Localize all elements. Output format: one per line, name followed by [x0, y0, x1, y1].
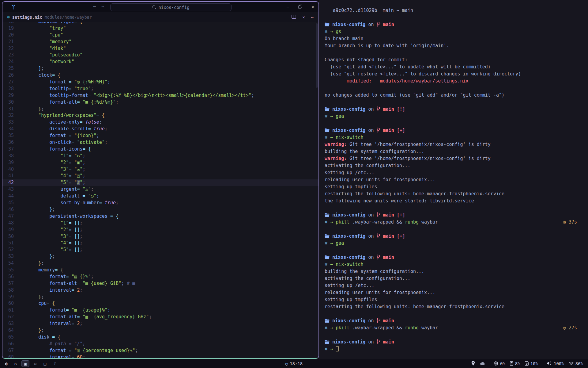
code-line-25[interactable]: 25 ];: [2, 65, 318, 72]
line-number: 27: [2, 79, 19, 86]
code-line-64[interactable]: 64 };: [2, 327, 318, 334]
close-tab-button[interactable]: ×: [302, 15, 305, 20]
code-line-63[interactable]: 63 interval= 2;: [2, 320, 318, 327]
code-line-35[interactable]: 35 format = "{icon}";: [2, 132, 318, 139]
code-line-58[interactable]: 58 interval= 2;: [2, 287, 318, 294]
code-line-33[interactable]: 33 active-only= false;: [2, 119, 318, 126]
close-button[interactable]: ×: [311, 4, 314, 10]
clock-module[interactable]: ◷ 18:18: [285, 361, 303, 366]
code-line-51[interactable]: 51 "4"= [];: [2, 240, 318, 247]
code-line-67[interactable]: 67 format = "◫ {percentage_used}%";: [2, 347, 318, 354]
terminal-line: nixos-config on main [+]: [325, 212, 580, 219]
desktop: ❄ ← →: [0, 0, 588, 368]
code-line-22[interactable]: 22 "disk": [2, 45, 318, 52]
line-number: 52: [2, 247, 19, 253]
maximize-button[interactable]: [298, 4, 302, 10]
code-line-41[interactable]: 41 "4"= "◰";: [2, 173, 318, 179]
line-number: 34: [2, 126, 19, 132]
code-line-49[interactable]: 49 "2"= [];: [2, 227, 318, 233]
line-number: 43: [2, 186, 19, 193]
code-line-34[interactable]: 34 disable-scroll= true;: [2, 126, 318, 132]
minimize-button[interactable]: −: [286, 4, 289, 10]
code-line-46[interactable]: 46 };: [2, 206, 318, 213]
terminal-line: [325, 310, 580, 317]
workspace-5-music[interactable]: ♪: [51, 360, 59, 367]
terminal-line: [325, 49, 580, 56]
project-search-box[interactable]: nixos-config: [110, 3, 232, 11]
code-line-40[interactable]: 40 "3"= "✉";: [2, 166, 318, 173]
code-line-54[interactable]: 54 };: [2, 260, 318, 267]
editor-scrollbar[interactable]: [316, 23, 318, 88]
restore-icon: [298, 5, 302, 9]
memory-module[interactable]: 8%: [510, 361, 520, 366]
code-line-55[interactable]: 55 memory= {: [2, 267, 318, 274]
code-line-20[interactable]: 20 "cpu": [2, 32, 318, 39]
line-number: 39: [2, 159, 19, 166]
code-line-39[interactable]: 39 "2"= "▣";: [2, 159, 318, 166]
code-line-62[interactable]: 62 format-alt= "▦ {avg_frequency} GHz";: [2, 314, 318, 320]
code-line-29[interactable]: 29 tooltip-format= "<big>{:%Y %B}</big>\…: [2, 92, 318, 99]
code-line-68[interactable]: 68 interval= 60;: [2, 354, 318, 358]
code-line-45[interactable]: 45 sort-by-number= true;: [2, 200, 318, 206]
code-line-44[interactable]: 44 default = "○";: [2, 193, 318, 200]
clock-time: 18:18: [290, 361, 303, 366]
line-number: 20: [2, 32, 19, 39]
line-number: 59: [2, 294, 19, 301]
code-line-32[interactable]: 32 "hyprland/workspaces"= {: [2, 112, 318, 119]
code-line-27[interactable]: 27 format = "◷ {:%H:%M}";: [2, 79, 318, 86]
code-line-66[interactable]: 66 # path = "/";: [2, 341, 318, 347]
cloud-icon[interactable]: [480, 361, 485, 366]
code-line-47[interactable]: 47 persistent-workspaces = {: [2, 213, 318, 220]
code-line-60[interactable]: 60 cpu= {: [2, 300, 318, 307]
cpu-module[interactable]: 0%: [494, 361, 505, 366]
code-line-19[interactable]: 19 "tray": [2, 25, 318, 32]
pin-icon[interactable]: [471, 361, 475, 366]
volume-module[interactable]: 100%: [547, 361, 564, 366]
code-line-59[interactable]: 59 };: [2, 294, 318, 301]
workspace-2-terminal[interactable]: ▣: [21, 360, 29, 367]
line-number: 18: [2, 22, 19, 25]
code-line-61[interactable]: 61 format= "▦ {usage}%";: [2, 307, 318, 314]
nixos-menu-icon[interactable]: ❄: [3, 361, 10, 367]
code-line-30[interactable]: 30 format-alt= "▦ {:%d/%m}";: [2, 99, 318, 106]
split-pane-button[interactable]: [292, 15, 296, 20]
git-branch-icon: [377, 255, 380, 259]
code-line-50[interactable]: 50 "3"= [];: [2, 233, 318, 240]
more-options-button[interactable]: ⋯: [311, 15, 314, 20]
line-number: 40: [2, 166, 19, 173]
workspace-3-chat[interactable]: ✉: [31, 360, 39, 367]
tab-file-name: settings.nix: [12, 15, 42, 20]
code-line-65[interactable]: 65 disk = {: [2, 334, 318, 341]
code-line-53[interactable]: 53 };: [2, 253, 318, 260]
code-line-23[interactable]: 23 "pulseaudio": [2, 52, 318, 59]
nav-back-button[interactable]: ←: [93, 4, 96, 9]
editor-title-bar[interactable]: ← → nixos-config − ×: [2, 2, 318, 12]
line-number: 66: [2, 341, 19, 347]
wifi-module[interactable]: 86%: [569, 361, 583, 366]
code-line-57[interactable]: 57 format-alt= "▤ {used} GiB"; # ▦: [2, 280, 318, 287]
code-line-21[interactable]: 21 "memory": [2, 39, 318, 45]
workspace-4-files[interactable]: ◰: [41, 360, 49, 367]
code-line-43[interactable]: 43 urgent= "⚠";: [2, 186, 318, 193]
code-line-18[interactable]: 18 modules-right= [: [2, 22, 318, 25]
file-tab-settings-nix[interactable]: ❄ settings.nix modules/home/waybar: [2, 15, 92, 20]
code-line-31[interactable]: 31 };: [2, 106, 318, 113]
code-line-56[interactable]: 56 format= "▤ {}%";: [2, 274, 318, 280]
terminal-line: Your branch is up to date with 'origin/m…: [325, 42, 580, 49]
code-line-28[interactable]: 28 tooltip= "true";: [2, 86, 318, 92]
code-line-42[interactable]: 42 "5"= "♪";: [2, 179, 318, 186]
disk-module[interactable]: 10%: [525, 361, 538, 366]
cpu-value: 0%: [500, 361, 505, 366]
code-line-36[interactable]: 36 on-click= "activate";: [2, 139, 318, 146]
terminal-line: [325, 205, 580, 212]
code-line-38[interactable]: 38 "1"= "↻";: [2, 153, 318, 159]
code-editor[interactable]: 18 modules-right= [19 "tray"20 "cpu"21 "…: [2, 22, 318, 358]
terminal-window[interactable]: a9c0c72..d11029b main → main nixos-confi…: [319, 0, 588, 359]
code-line-52[interactable]: 52 "5"= [];: [2, 247, 318, 253]
code-line-26[interactable]: 26 clock= {: [2, 72, 318, 79]
code-line-24[interactable]: 24 "network": [2, 59, 318, 65]
code-line-48[interactable]: 48 "1"= [];: [2, 220, 318, 227]
nav-forward-button[interactable]: →: [101, 4, 104, 9]
workspace-1-browser[interactable]: ↻: [12, 360, 20, 367]
code-line-37[interactable]: 37 format-icons= {: [2, 146, 318, 153]
